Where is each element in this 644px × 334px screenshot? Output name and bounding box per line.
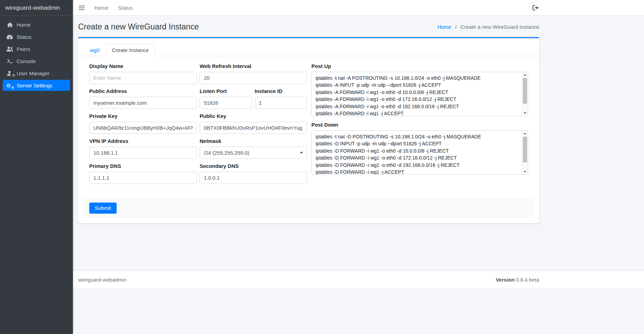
post-down-textarea[interactable]: iptables -t nat -D POSTROUTING -s 10.188… <box>311 130 528 175</box>
submit-button[interactable]: Submit <box>89 203 117 214</box>
sidebar-item-console[interactable]: Console <box>3 55 70 67</box>
field-instance-id: Instance ID <box>255 88 307 109</box>
public-key-label: Public Key <box>200 113 307 119</box>
field-private-key: Private Key <box>89 113 197 134</box>
primary-dns-label: Primary DNS <box>89 163 197 169</box>
instance-card: wg0 Create Instance Display Name <box>78 37 539 223</box>
scroll-down-icon[interactable] <box>522 110 528 116</box>
field-secondary-dns: Secondary DNS <box>200 163 307 184</box>
content-area: Create a new WireGuard Instance Home / C… <box>73 16 644 271</box>
scrollbar-thumb[interactable] <box>523 78 527 104</box>
scrollbar-track[interactable] <box>522 136 528 169</box>
netmask-label: Netmask <box>200 138 307 144</box>
breadcrumb: Home / Create a new WireGuard Instance <box>437 24 539 30</box>
instance-id-label: Instance ID <box>255 88 307 94</box>
tab-wg0[interactable]: wg0 <box>84 44 106 56</box>
field-primary-dns: Primary DNS <box>89 163 197 184</box>
brand-link[interactable]: wireguard-webadmin <box>0 0 73 16</box>
tab-create-instance[interactable]: Create Instance <box>106 44 155 56</box>
field-post-down: Post Down iptables -t nat -D POSTROUTING… <box>311 122 528 175</box>
secondary-dns-input[interactable] <box>200 172 307 184</box>
field-vpn-ip-address: VPN IP Address <box>89 138 197 159</box>
home-icon <box>6 22 14 27</box>
instance-id-input[interactable] <box>255 97 307 109</box>
brand-title: wireguard-webadmin <box>5 5 60 11</box>
scroll-down-icon[interactable] <box>522 169 528 174</box>
display-name-label: Display Name <box>89 63 197 69</box>
primary-dns-input[interactable] <box>89 172 197 184</box>
sidebar-item-label: Home <box>17 22 31 28</box>
main-area: Home Status Create a new WireGuard Insta… <box>73 0 644 334</box>
netmask-select[interactable]: /24 (255.255.255.0) <box>200 147 307 159</box>
private-key-label: Private Key <box>89 113 197 119</box>
user-gear-icon: ⚙ <box>6 71 14 76</box>
breadcrumb-current: Create a new WireGuard Instance <box>460 24 539 30</box>
field-web-refresh-interval: Web Refresh Interval <box>200 63 307 84</box>
public-address-label: Public Address <box>89 88 197 94</box>
topnav-link-home[interactable]: Home <box>90 5 113 11</box>
menu-toggle-button[interactable] <box>78 5 85 11</box>
content-header: Create a new WireGuard Instance Home / C… <box>78 21 539 32</box>
field-post-up: Post Up iptables -t nat -A POSTROUTING -… <box>311 63 528 116</box>
field-public-address: Public Address <box>89 88 197 109</box>
top-navbar: Home Status <box>73 0 644 16</box>
listen-port-input[interactable] <box>200 97 252 109</box>
sidebar-item-label: User Manager <box>17 70 50 76</box>
breadcrumb-home-link[interactable]: Home <box>437 24 451 30</box>
scroll-up-icon[interactable] <box>522 72 528 78</box>
web-refresh-interval-input[interactable] <box>200 72 307 84</box>
post-down-label: Post Down <box>311 122 528 128</box>
version-info: Version 0.8.4 beta <box>496 277 539 283</box>
post-up-label: Post Up <box>311 63 528 69</box>
vpn-ip-address-label: VPN IP Address <box>89 138 197 144</box>
scrollbar-thumb[interactable] <box>523 137 527 162</box>
web-refresh-interval-label: Web Refresh Interval <box>200 63 307 69</box>
post-up-scrollbar[interactable] <box>522 72 528 116</box>
sidebar-item-label: Status <box>17 34 32 40</box>
topnav-link-status[interactable]: Status <box>113 5 138 11</box>
sidebar-item-user-manager[interactable]: ⚙ User Manager <box>3 68 70 79</box>
public-key-input[interactable] <box>200 122 307 134</box>
private-key-input[interactable] <box>89 122 197 134</box>
post-up-textarea[interactable]: iptables -t nat -A POSTROUTING -s 10.188… <box>311 72 528 116</box>
instance-form: Display Name Web Refresh Interval <box>78 56 539 223</box>
breadcrumb-separator: / <box>455 24 457 30</box>
sidebar-item-label: Peers <box>17 46 30 52</box>
post-down-scrollbar[interactable] <box>522 131 528 174</box>
post-down-text: iptables -t nat -D POSTROUTING -s 10.188… <box>312 131 528 174</box>
page-title: Create a new WireGuard Instance <box>78 21 199 32</box>
listen-port-label: Listen Port <box>200 88 252 94</box>
sidebar: wireguard-webadmin Home Status Peers <box>0 0 73 334</box>
version-label: Version <box>496 277 515 283</box>
version-value: 0.8.4 beta <box>516 277 539 283</box>
field-display-name: Display Name <box>89 63 197 84</box>
sidebar-item-server-settings[interactable]: ⚙⚙ Server Settings <box>3 80 70 91</box>
page-footer: wireguard-webadmin Version 0.8.4 beta <box>73 271 644 288</box>
vpn-ip-address-input[interactable] <box>89 147 197 159</box>
sidebar-item-status[interactable]: Status <box>3 31 70 42</box>
display-name-input[interactable] <box>89 72 197 84</box>
footer-brand: wireguard-webadmin <box>78 277 126 283</box>
form-footer: Submit <box>84 198 534 218</box>
secondary-dns-label: Secondary DNS <box>200 163 307 169</box>
field-listen-port: Listen Port <box>200 88 252 109</box>
instance-tabs: wg0 Create Instance <box>78 38 539 56</box>
sign-out-icon[interactable] <box>533 5 539 10</box>
scrollbar-track[interactable] <box>522 78 528 110</box>
sidebar-item-peers[interactable]: Peers <box>3 43 70 54</box>
post-up-text: iptables -t nat -A POSTROUTING -s 10.188… <box>312 72 528 116</box>
field-public-key: Public Key <box>200 113 307 134</box>
terminal-icon <box>6 59 14 63</box>
sidebar-item-label: Server Settings <box>17 83 52 88</box>
gears-icon: ⚙⚙ <box>6 83 14 88</box>
app-root: wireguard-webadmin Home Status Peers <box>0 0 644 334</box>
sidebar-nav: Home Status Peers Console <box>0 16 73 95</box>
sidebar-item-label: Console <box>17 58 36 64</box>
users-icon <box>6 46 14 52</box>
sidebar-item-home[interactable]: Home <box>3 19 70 30</box>
field-netmask: Netmask /24 (255.255.255.0) <box>200 138 307 159</box>
gauge-icon <box>6 34 14 39</box>
scroll-up-icon[interactable] <box>522 131 528 136</box>
public-address-input[interactable] <box>89 97 197 109</box>
